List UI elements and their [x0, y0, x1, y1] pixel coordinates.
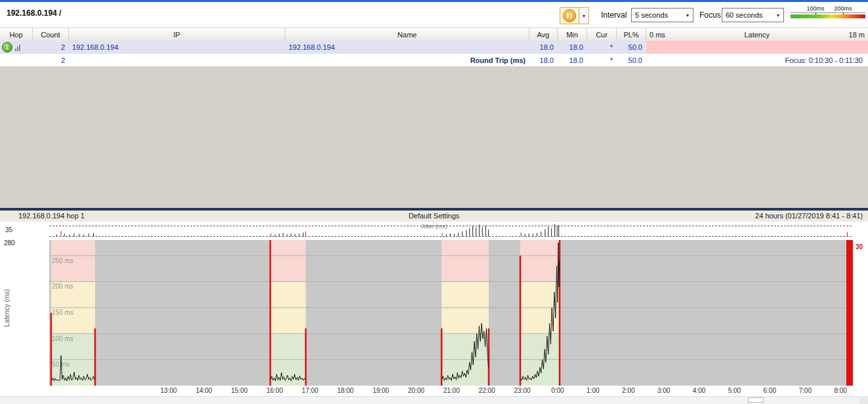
svg-text:100 ms: 100 ms — [52, 335, 73, 342]
count-cell: 2 — [33, 54, 69, 66]
x-axis-tick: 14:00 — [196, 387, 212, 394]
cur-cell: * — [587, 54, 617, 66]
current-latency-value: 30 — [856, 243, 863, 251]
focus-label: Focus — [699, 10, 721, 20]
x-axis-tick: 17:00 — [302, 387, 318, 394]
x-axis-tick: 18:00 — [337, 387, 354, 394]
x-axis-tick: 3:00 — [657, 387, 670, 394]
pause-button[interactable] — [560, 8, 579, 24]
toolbar: 192.168.0.194 / ▼ Interval 5 seconds ▼ F… — [0, 2, 868, 27]
pl-cell: 50.0 — [617, 41, 646, 54]
interval-label: Interval — [601, 10, 627, 20]
svg-text:150 ms: 150 ms — [52, 309, 73, 316]
ip-cell — [69, 54, 285, 66]
roundtrip-label: Round Trip (ms) — [285, 54, 529, 66]
x-axis-tick: 4:00 — [693, 387, 705, 394]
timeline-header: 192.168.0.194 hop 1 Default Settings 24 … — [0, 211, 868, 222]
interval-select[interactable]: 5 seconds ▼ — [631, 8, 693, 22]
y-axis-label: Latency (ms) — [3, 282, 10, 334]
scrollbar-thumb[interactable] — [748, 397, 764, 403]
x-axis-tick: 7:00 — [799, 387, 812, 394]
x-axis-tick: 1:00 — [587, 387, 599, 394]
min-cell: 18.0 — [558, 41, 587, 54]
focus-value: 60 seconds — [722, 11, 773, 19]
pl-cell: 50.0 — [617, 54, 646, 66]
x-axis-tick: 16:00 — [266, 387, 283, 394]
latency-gradient-bar — [791, 14, 865, 18]
time-axis: 13:0014:0015:0016:0017:0018:0019:0020:00… — [49, 387, 853, 396]
x-axis-tick: 8:00 — [834, 387, 846, 394]
header-ip[interactable]: IP — [69, 28, 285, 41]
avg-cell: 18.0 — [529, 54, 558, 66]
chevron-down-icon: ▼ — [582, 14, 587, 18]
chevron-down-icon: ▼ — [682, 13, 693, 18]
x-axis-tick: 0:00 — [551, 387, 564, 394]
timeline-range-label[interactable]: 24 hours (01/27/2019 8:41 - 8:41) — [755, 212, 863, 220]
x-axis-tick: 19:00 — [373, 387, 389, 394]
header-latency-label: Latency — [744, 31, 770, 39]
x-axis-tick: 2:00 — [622, 387, 634, 394]
svg-text:250 ms: 250 ms — [52, 257, 73, 264]
pause-icon — [563, 9, 576, 22]
jitter-axis-max: 35 — [5, 226, 12, 233]
graph-bars-icon[interactable] — [15, 44, 20, 51]
latency-scale-max: 18 m — [849, 31, 865, 39]
hop-cell — [0, 54, 33, 66]
latency-timeline-graph[interactable]: 50 ms100 ms150 ms200 ms250 ms — [49, 240, 853, 386]
jitter-plot-svg — [49, 222, 853, 239]
scrollbar-corner — [859, 396, 868, 404]
latency-scale-legend: 100ms 200ms — [791, 5, 865, 22]
pause-control: ▼ — [560, 7, 589, 24]
x-axis-tick: 22:00 — [479, 387, 495, 394]
legend-tick-200ms: 200ms — [834, 5, 852, 12]
ip-cell: 192.168.0.194 — [69, 41, 285, 54]
x-axis-tick: 20:00 — [408, 387, 424, 394]
latency-scale-min: 0 ms — [650, 31, 665, 39]
header-pl[interactable]: PL% — [617, 28, 646, 41]
pingplotter-window: 192.168.0.194 / ▼ Interval 5 seconds ▼ F… — [0, 0, 868, 404]
table-row-hop1[interactable]: 1 2 192.168.0.194 192.168.0.194 18.0 18.… — [0, 41, 868, 54]
table-empty-area — [0, 66, 868, 208]
table-row-roundtrip[interactable]: 2 Round Trip (ms) 18.0 18.0 * 50.0 Focus… — [0, 54, 868, 66]
timeline-target-label: 192.168.0.194 hop 1 — [18, 212, 85, 220]
min-cell: 18.0 — [558, 54, 587, 66]
svg-text:200 ms: 200 ms — [52, 283, 73, 290]
x-axis-tick: 23:00 — [514, 387, 531, 394]
count-cell: 2 — [33, 41, 69, 54]
target-title: 192.168.0.194 / — [7, 9, 61, 18]
latency-bar-cell[interactable] — [646, 41, 868, 54]
header-count[interactable]: Count — [33, 28, 69, 41]
focus-range-label: Focus: 0:10:30 - 0:11:30 — [646, 54, 868, 66]
name-cell: 192.168.0.194 — [285, 41, 529, 54]
x-axis-tick: 15:00 — [231, 387, 247, 394]
chevron-down-icon: ▼ — [773, 13, 783, 18]
hop-cell: 1 — [0, 41, 33, 54]
latency-plot-svg: 50 ms100 ms150 ms200 ms250 ms — [49, 240, 853, 386]
focus-select[interactable]: 60 seconds ▼ — [722, 8, 784, 22]
header-cur[interactable]: Cur — [587, 28, 617, 41]
jitter-label: Jitter (ms) — [421, 223, 447, 230]
legend-labels: 100ms 200ms — [791, 5, 865, 13]
avg-cell: 18.0 — [529, 41, 558, 54]
timeline-settings-label[interactable]: Default Settings — [409, 212, 460, 220]
y-axis-max: 280 — [4, 239, 15, 247]
horizontal-scrollbar[interactable] — [0, 396, 868, 404]
header-min[interactable]: Min — [558, 28, 587, 41]
x-axis-tick: 6:00 — [764, 387, 776, 394]
hop-status-icon: 1 — [2, 42, 12, 52]
jitter-strip: 35 Jitter (ms) — [0, 222, 868, 240]
header-hop[interactable]: Hop — [0, 28, 33, 41]
pause-dropdown-button[interactable]: ▼ — [579, 8, 589, 24]
x-axis-tick: 21:00 — [444, 387, 460, 394]
legend-tick-100ms: 100ms — [806, 5, 824, 12]
trace-table-header: Hop Count IP Name Avg Min Cur PL% 0 ms L… — [0, 28, 868, 42]
cur-cell: * — [587, 41, 617, 54]
x-axis-tick: 13:00 — [161, 387, 177, 394]
x-axis-tick: 5:00 — [728, 387, 741, 394]
header-name[interactable]: Name — [285, 28, 529, 41]
header-avg[interactable]: Avg — [529, 28, 558, 41]
header-latency[interactable]: 0 ms Latency 18 m — [646, 28, 868, 41]
interval-value: 5 seconds — [632, 11, 682, 19]
